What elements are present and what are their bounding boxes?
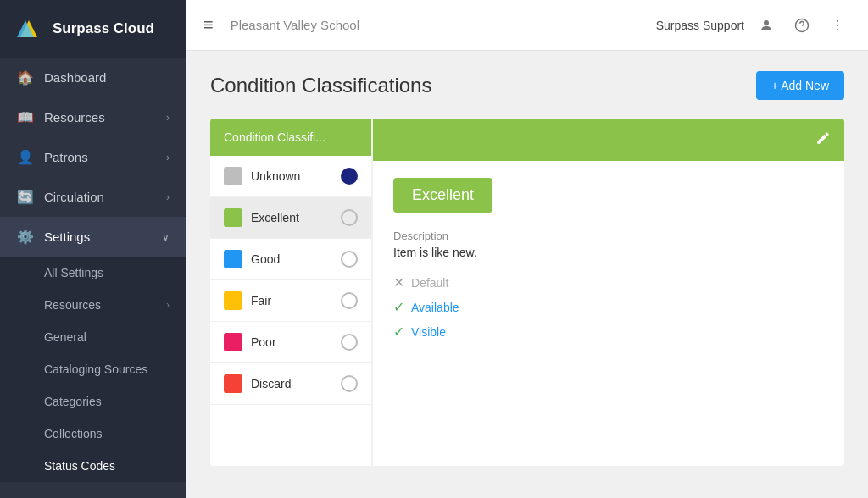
chevron-right-icon: › <box>166 152 170 163</box>
sidebar-item-label: Patrons <box>44 150 88 164</box>
chevron-right-icon: › <box>166 299 170 311</box>
sidebar-item-resources[interactable]: 📖 Resources › <box>0 97 186 137</box>
page-header: Condition Classifications + Add New <box>210 71 844 100</box>
logo-icon <box>14 14 44 44</box>
settings-subnav: All Settings Resources › General Catalog… <box>0 257 186 482</box>
color-swatch-good <box>224 250 242 268</box>
check-icon: ✓ <box>393 299 404 315</box>
subnav-all-settings[interactable]: All Settings <box>0 257 186 289</box>
color-swatch-unknown <box>224 167 242 185</box>
condition-name-badge: Excellent <box>393 178 492 213</box>
sidebar-item-patrons[interactable]: 👤 Patrons › <box>0 137 186 177</box>
help-icon <box>794 18 810 33</box>
color-swatch-poor <box>224 333 242 351</box>
condition-list-panel: Condition Classifi... Unknown Excellent … <box>210 119 371 466</box>
svg-point-5 <box>837 24 838 25</box>
radio-excellent[interactable] <box>341 209 358 226</box>
resources-icon: 📖 <box>17 109 34 125</box>
check-row-default: ✕ Default <box>393 274 824 290</box>
check-icon: ✓ <box>393 324 404 340</box>
color-swatch-fair <box>224 291 242 310</box>
x-icon: ✕ <box>393 274 404 290</box>
user-profile-button[interactable] <box>753 12 780 39</box>
settings-icon: ⚙️ <box>17 229 34 245</box>
svg-point-4 <box>837 19 838 21</box>
sidebar-item-dashboard[interactable]: 🏠 Dashboard <box>0 58 186 97</box>
radio-unknown[interactable] <box>341 168 358 185</box>
chevron-down-icon: ∨ <box>162 231 170 243</box>
color-swatch-excellent <box>224 208 242 227</box>
description-label: Description <box>393 230 824 242</box>
user-icon <box>759 18 774 33</box>
sidebar-item-label: Resources <box>44 110 105 125</box>
more-vert-icon <box>830 18 845 33</box>
condition-item-excellent[interactable]: Excellent <box>210 197 371 239</box>
main: ≡ Pleasant Valley School Surpass Support <box>186 0 868 498</box>
support-text: Surpass Support <box>656 19 744 32</box>
subnav-status-codes[interactable]: Status Codes <box>0 450 186 482</box>
check-row-available: ✓ Available <box>393 299 824 315</box>
edit-button[interactable] <box>815 130 831 149</box>
radio-discard[interactable] <box>341 375 358 392</box>
svg-point-2 <box>764 20 769 25</box>
chevron-right-icon: › <box>166 191 170 203</box>
two-col-layout: Condition Classifi... Unknown Excellent … <box>210 119 844 466</box>
chevron-right-icon: › <box>166 112 170 124</box>
check-row-visible: ✓ Visible <box>393 324 824 340</box>
more-options-button[interactable] <box>824 12 851 39</box>
hamburger-menu-button[interactable]: ≡ <box>203 15 214 35</box>
detail-panel-body: Excellent Description Item is like new. … <box>373 161 844 365</box>
logo-text: Surpass Cloud <box>53 20 154 37</box>
condition-item-discard[interactable]: Discard <box>210 363 371 405</box>
condition-detail-panel: Excellent Description Item is like new. … <box>373 119 844 466</box>
sidebar-item-label: Dashboard <box>44 70 106 85</box>
svg-point-6 <box>837 29 838 30</box>
help-button[interactable] <box>788 12 815 39</box>
content: Condition Classifications + Add New Cond… <box>186 51 868 498</box>
condition-item-good[interactable]: Good <box>210 239 371 280</box>
page-title: Condition Classifications <box>210 74 431 97</box>
patrons-icon: 👤 <box>17 149 34 165</box>
dashboard-icon: 🏠 <box>17 69 34 86</box>
condition-item-fair[interactable]: Fair <box>210 280 371 322</box>
detail-panel-header <box>373 119 844 161</box>
pencil-icon <box>815 130 831 146</box>
topbar: ≡ Pleasant Valley School Surpass Support <box>186 0 868 51</box>
sidebar-logo: Surpass Cloud <box>0 0 186 58</box>
sidebar-item-circulation[interactable]: 🔄 Circulation › <box>0 177 186 217</box>
sidebar-item-settings[interactable]: ⚙️ Settings ∨ <box>0 217 186 257</box>
radio-poor[interactable] <box>341 334 358 351</box>
radio-fair[interactable] <box>341 292 358 309</box>
condition-item-poor[interactable]: Poor <box>210 322 371 363</box>
subnav-categories[interactable]: Categories <box>0 385 186 418</box>
sidebar-item-label: Settings <box>44 230 90 244</box>
sidebar: Surpass Cloud 🏠 Dashboard 📖 Resources › … <box>0 0 186 498</box>
color-swatch-discard <box>224 374 242 393</box>
subnav-collections[interactable]: Collections <box>0 418 186 450</box>
condition-item-unknown[interactable]: Unknown <box>210 156 371 197</box>
circulation-icon: 🔄 <box>17 189 34 205</box>
sidebar-item-label: Circulation <box>44 190 104 204</box>
add-new-button[interactable]: + Add New <box>756 71 844 100</box>
school-name: Pleasant Valley School <box>231 18 656 32</box>
support-area: Surpass Support <box>656 12 851 39</box>
condition-list-header: Condition Classifi... <box>210 119 371 156</box>
subnav-cataloging-sources[interactable]: Cataloging Sources <box>0 353 186 385</box>
subnav-general[interactable]: General <box>0 321 186 353</box>
subnav-resources[interactable]: Resources › <box>0 289 186 321</box>
description-value: Item is like new. <box>393 246 824 259</box>
radio-good[interactable] <box>341 251 358 268</box>
